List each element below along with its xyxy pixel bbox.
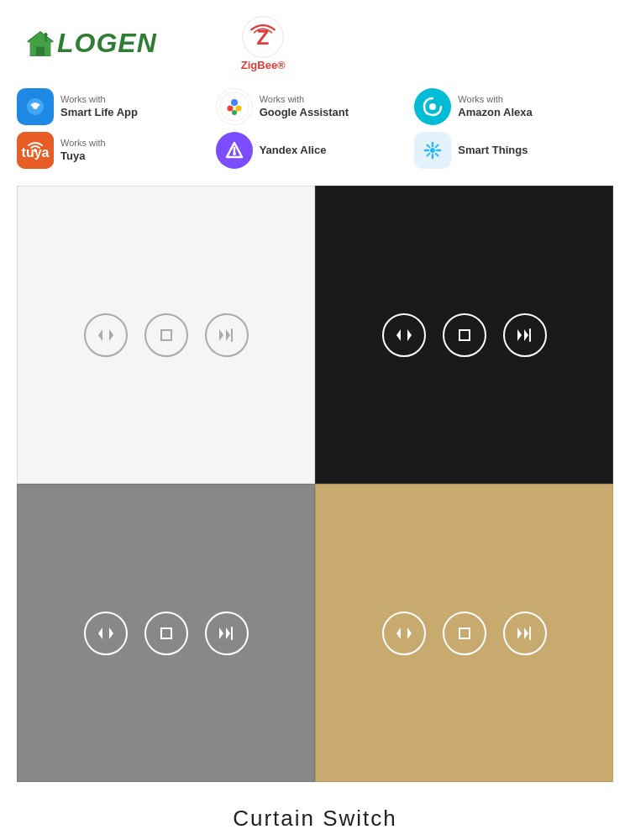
- zigbee-icon: Z: [241, 15, 285, 59]
- svg-point-12: [227, 106, 233, 112]
- tuya-icon: tuya: [17, 132, 54, 169]
- compat-item-smart-life: Works with Smart Life App: [17, 88, 216, 125]
- svg-marker-45: [98, 627, 102, 639]
- google-icon: [216, 88, 253, 125]
- compat-item-tuya: tuya Works with Tuya: [17, 132, 216, 169]
- alexa-icon: [414, 88, 451, 125]
- btn-open-white[interactable]: [84, 313, 128, 357]
- btn-stop-gold[interactable]: [443, 612, 486, 655]
- btn-open-black[interactable]: [382, 313, 426, 357]
- switch-panel-black: [315, 186, 613, 484]
- zigbee-label: ZigBee®: [241, 59, 286, 71]
- tuya-text: Works with Tuya: [60, 137, 106, 163]
- svg-rect-41: [459, 330, 470, 340]
- svg-point-5: [44, 33, 47, 36]
- btn-stop-white[interactable]: [144, 313, 188, 357]
- svg-rect-3: [36, 46, 45, 55]
- header-section: LOGEN Z ZigBee®: [0, 0, 630, 80]
- svg-point-10: [231, 99, 238, 106]
- svg-point-9: [220, 92, 249, 121]
- svg-marker-37: [226, 329, 230, 341]
- zigbee-logo: Z ZigBee®: [241, 15, 286, 71]
- compat-item-alexa: Works with Amazon Alexa: [414, 88, 613, 125]
- svg-point-15: [429, 103, 436, 110]
- svg-point-8: [33, 104, 38, 109]
- switch-panel-gold: [315, 484, 613, 782]
- panels-grid: [17, 186, 613, 782]
- svg-point-13: [232, 110, 237, 115]
- svg-point-18: [34, 149, 37, 152]
- svg-marker-39: [396, 329, 401, 341]
- btn-stop-black[interactable]: [443, 313, 486, 357]
- smart-life-text: Works with Smart Life App: [60, 93, 138, 119]
- svg-marker-36: [219, 329, 223, 341]
- buttons-row-white: [84, 313, 249, 357]
- svg-marker-33: [98, 329, 102, 341]
- svg-marker-40: [407, 329, 412, 341]
- btn-close-gray[interactable]: [205, 612, 249, 655]
- yandex-text: Yandex Alice: [260, 144, 327, 158]
- buttons-row-gray: [84, 612, 249, 655]
- svg-marker-55: [524, 627, 528, 639]
- svg-text:tuya: tuya: [22, 145, 50, 160]
- product-title: Curtain Switch: [0, 790, 630, 840]
- btn-close-gold[interactable]: [503, 612, 547, 655]
- switch-panel-white: [17, 186, 315, 484]
- svg-point-11: [235, 106, 241, 112]
- svg-marker-49: [226, 627, 230, 639]
- btn-stop-gray[interactable]: [144, 612, 188, 655]
- compat-section: Works with Smart Life App Works with Goo…: [0, 80, 630, 177]
- logen-logo: LOGEN: [25, 28, 157, 59]
- compat-item-smartthings: Smart Things: [414, 132, 613, 169]
- svg-rect-53: [459, 628, 470, 638]
- svg-point-24: [430, 148, 435, 153]
- svg-marker-52: [407, 627, 412, 639]
- svg-rect-35: [161, 330, 171, 340]
- svg-marker-46: [109, 627, 113, 639]
- btn-close-white[interactable]: [205, 313, 249, 357]
- svg-marker-43: [524, 329, 528, 341]
- switch-panel-gray: [17, 484, 315, 782]
- yandex-icon: [216, 132, 253, 169]
- google-text: Works with Google Assistant: [260, 93, 349, 119]
- btn-close-black[interactable]: [503, 313, 547, 357]
- logen-house-icon: [25, 29, 55, 59]
- buttons-row-gold: [382, 612, 547, 655]
- smartthings-text: Smart Things: [458, 144, 528, 158]
- buttons-row-black: [382, 313, 547, 357]
- compat-item-yandex: Yandex Alice: [216, 132, 415, 169]
- smartthings-icon: [414, 132, 451, 169]
- smart-life-icon: [17, 88, 54, 125]
- btn-open-gold[interactable]: [382, 612, 426, 655]
- svg-marker-54: [517, 627, 522, 639]
- compat-item-google: Works with Google Assistant: [216, 88, 415, 125]
- svg-marker-34: [109, 329, 113, 341]
- svg-marker-42: [517, 329, 522, 341]
- btn-open-gray[interactable]: [84, 612, 128, 655]
- svg-marker-48: [219, 627, 223, 639]
- logen-brand-text: LOGEN: [57, 28, 157, 59]
- svg-rect-47: [161, 628, 171, 638]
- svg-marker-51: [396, 627, 401, 639]
- alexa-text: Works with Amazon Alexa: [458, 93, 532, 119]
